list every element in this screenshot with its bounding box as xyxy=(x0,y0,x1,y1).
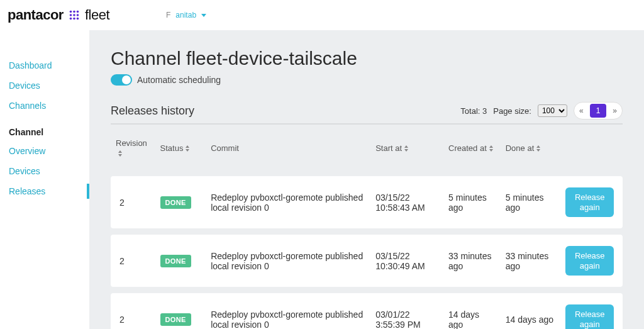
brand-dots-icon xyxy=(67,8,81,22)
top-pager-block: Total: 3 Page size: 100 « 1 » xyxy=(460,102,623,120)
cell-created: 14 days ago xyxy=(443,293,501,329)
top-pager: « 1 » xyxy=(574,102,623,120)
sort-icon xyxy=(186,145,189,152)
cell-created: 5 minutes ago xyxy=(443,176,501,228)
svg-point-8 xyxy=(77,18,79,20)
col-status[interactable]: Status xyxy=(155,131,206,176)
sidebar-section-channel: Channel xyxy=(0,116,89,141)
brand-left: pantacor xyxy=(8,7,64,23)
cell-commit: Redeploy pvboxctl-goremote published loc… xyxy=(206,293,370,329)
svg-point-1 xyxy=(73,11,75,13)
cell-commit: Redeploy pvboxctl-goremote published loc… xyxy=(206,235,370,287)
page-title: Channel fleet-device-tailscale xyxy=(111,48,623,69)
sidebar-item-releases[interactable]: Releases xyxy=(0,181,89,201)
chevron-down-icon xyxy=(201,14,206,17)
pager-next[interactable]: » xyxy=(608,104,622,118)
cell-action: Release again xyxy=(560,176,623,228)
cell-action: Release again xyxy=(560,235,623,287)
auto-schedule-row: Automatic scheduling xyxy=(111,74,623,86)
svg-point-3 xyxy=(70,14,72,16)
table-row: 2DONERedeploy pvboxctl-goremote publishe… xyxy=(111,235,623,287)
sidebar-item-dashboard[interactable]: Dashboard xyxy=(0,55,89,75)
auto-schedule-label: Automatic scheduling xyxy=(137,75,221,85)
cell-status: DONE xyxy=(155,176,206,228)
user-prefix: F xyxy=(166,11,170,20)
brand-logo: pantacor fleet xyxy=(8,7,109,23)
pagesize-select[interactable]: 100 xyxy=(538,104,567,117)
release-again-button[interactable]: Release again xyxy=(565,187,614,217)
sidebar-item-overview[interactable]: Overview xyxy=(0,141,89,161)
user-menu[interactable]: F anitab xyxy=(166,11,206,20)
cell-revision: 2 xyxy=(111,293,155,329)
col-created[interactable]: Created at xyxy=(443,131,501,176)
svg-point-4 xyxy=(73,14,75,16)
user-name: anitab xyxy=(175,11,196,20)
sidebar-item-devices[interactable]: Devices xyxy=(0,75,89,96)
col-commit: Commit xyxy=(206,131,370,176)
cell-revision: 2 xyxy=(111,235,155,287)
cell-start: 03/01/22 3:55:39 PM xyxy=(370,293,443,329)
cell-start: 03/15/22 10:58:43 AM xyxy=(370,176,443,228)
release-again-button[interactable]: Release again xyxy=(565,304,614,329)
table-row: 2DONERedeploy pvboxctl-goremote publishe… xyxy=(111,176,623,228)
cell-done: 5 minutes ago xyxy=(501,176,561,228)
auto-schedule-toggle[interactable] xyxy=(111,74,132,86)
pager-prev[interactable]: « xyxy=(574,104,589,118)
col-revision[interactable]: Revision xyxy=(111,131,155,176)
table-row: 2DONERedeploy pvboxctl-goremote publishe… xyxy=(111,293,623,329)
cell-revision: 2 xyxy=(111,176,155,228)
sidebar: Dashboard Devices Channels Channel Overv… xyxy=(0,30,89,329)
col-start[interactable]: Start at xyxy=(370,131,443,176)
cell-start: 03/15/22 10:30:49 AM xyxy=(370,235,443,287)
main-content: Channel fleet-device-tailscale Automatic… xyxy=(89,30,644,329)
cell-status: DONE xyxy=(155,293,206,329)
cell-status: DONE xyxy=(155,235,206,287)
sidebar-item-channel-devices[interactable]: Devices xyxy=(0,161,89,181)
brand-right: fleet xyxy=(85,7,109,23)
status-badge: DONE xyxy=(160,313,191,326)
status-badge: DONE xyxy=(160,255,191,267)
sort-icon xyxy=(489,145,493,152)
releases-history-heading: Releases history xyxy=(111,104,194,118)
svg-point-5 xyxy=(77,14,79,16)
releases-table: Revision Status Commit Start at Created … xyxy=(111,131,623,329)
topbar: pantacor fleet F anitab xyxy=(0,0,644,30)
svg-point-6 xyxy=(70,18,72,20)
release-again-button[interactable]: Release again xyxy=(565,246,614,276)
pager-current[interactable]: 1 xyxy=(590,104,607,118)
sort-icon xyxy=(404,145,408,152)
cell-commit: Redeploy pvboxctl-goremote published loc… xyxy=(206,176,370,228)
svg-point-2 xyxy=(77,11,79,13)
cell-done: 14 days ago xyxy=(501,293,561,329)
cell-done: 33 minutes ago xyxy=(501,235,561,287)
col-done[interactable]: Done at xyxy=(501,131,561,176)
svg-point-7 xyxy=(73,18,75,20)
cell-action: Release again xyxy=(560,293,623,329)
svg-point-0 xyxy=(70,11,72,13)
cell-created: 33 minutes ago xyxy=(443,235,501,287)
sidebar-item-channels[interactable]: Channels xyxy=(0,96,89,116)
total-label: Total: 3 xyxy=(460,106,487,116)
pagesize-label: Page size: xyxy=(493,106,531,116)
sort-icon xyxy=(118,150,122,157)
status-badge: DONE xyxy=(160,196,191,209)
sort-icon xyxy=(536,145,540,152)
